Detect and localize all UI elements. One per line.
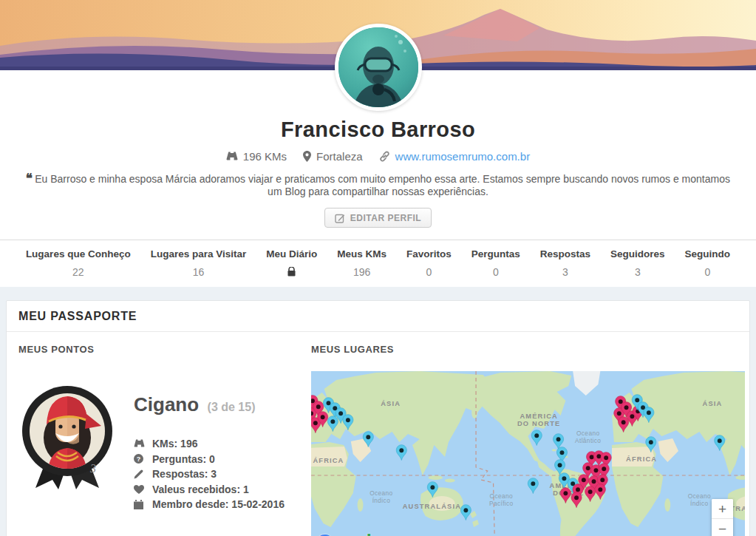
map-label: ÁFRICA [626, 455, 657, 463]
google-logo-letter: e [371, 531, 381, 536]
profile-info-row: 196 KMs Fortaleza www.rumosemrumo.com.br [0, 150, 756, 163]
world-map[interactable]: ÁSIAAMÉRICADO NORTEOceanoAtlânticoÁFRICA… [311, 371, 745, 536]
map-marker-icon [303, 151, 311, 162]
points-item: Valeus recebidos: 1 [134, 482, 285, 498]
level-name: Cigano [134, 393, 199, 415]
badge-number: 3 [89, 462, 96, 475]
stat-seguidores[interactable]: Seguidores3 [610, 248, 665, 277]
google-logo-letter: o [344, 531, 355, 536]
map-label: Oceano [490, 492, 513, 500]
stat-label: Lugares que Conheço [26, 248, 131, 259]
stat-value: 3 [610, 266, 665, 277]
map-label: ÁSIA [381, 399, 401, 407]
places-column: MEUS LUGARES [311, 344, 745, 536]
page-background: MEU PASSAPORTE MEUS PONTOS [0, 287, 756, 536]
website-info: www.rumosemrumo.com.br [379, 150, 531, 163]
edit-profile-label: EDITAR PERFIL [350, 213, 421, 223]
profile-bio: ❝Eu Barroso e minha esposa Márcia adoram… [18, 172, 738, 198]
stat-label: Meu Diário [266, 248, 317, 259]
map-label: DO NORTE [517, 419, 560, 427]
stat-value: 0 [471, 266, 520, 277]
places-title: MEUS LUGARES [311, 344, 745, 355]
map-label: Pacífico [489, 500, 514, 507]
profile-stats-bar: Lugares que Conheço22Lugares para Visita… [0, 240, 756, 287]
bio-text: Eu Barroso e minha esposa Márcia adoramo… [35, 173, 730, 197]
stat-label: Lugares para Visitar [151, 248, 247, 259]
stat-value: 3 [540, 266, 590, 277]
stat-label: Respostas [540, 248, 590, 259]
passport-card: MEU PASSAPORTE MEUS PONTOS [6, 300, 750, 536]
lock-icon [287, 267, 296, 277]
edit-profile-button[interactable]: EDITAR PERFIL [324, 208, 432, 228]
points-item: ?Perguntas: 0 [134, 452, 285, 467]
zoom-out-button[interactable]: − [712, 519, 733, 536]
edit-pencil-icon [335, 213, 345, 223]
map-label: Índico [690, 500, 708, 507]
location-info: Fortaleza [303, 150, 363, 163]
stat-value: 0 [685, 266, 731, 277]
cigano-badge-image: 3 [18, 384, 116, 494]
stat-seguindo[interactable]: Seguindo0 [685, 248, 731, 277]
scuba-diver-photo [338, 27, 418, 107]
profile-avatar [335, 24, 422, 111]
stat-value: 0 [406, 266, 452, 277]
level-progress: (3 de 15) [208, 401, 256, 413]
stat-label: Favoritos [406, 248, 452, 259]
points-list: KMs: 196?Perguntas: 0Respostas: 3Valeus … [134, 436, 285, 512]
map-label: Oceano [576, 430, 599, 437]
passport-title: MEU PASSAPORTE [7, 301, 749, 332]
stat-label: Seguidores [610, 248, 665, 259]
google-logo-letter: G [317, 531, 332, 536]
points-title: MEUS PONTOS [18, 344, 305, 355]
points-item: KMs: 196 [134, 436, 285, 452]
location-value: Fortaleza [316, 150, 363, 163]
calendar-icon [134, 500, 145, 509]
stat-meu-di-rio[interactable]: Meu Diário [266, 248, 317, 277]
level-badge: 3 [18, 384, 116, 512]
stat-respostas[interactable]: Respostas3 [540, 248, 590, 277]
map-label: Oceano [688, 492, 711, 500]
google-logo[interactable]: Google [317, 531, 381, 536]
points-item-label: Valeus recebidos: 1 [152, 484, 249, 495]
map-label: ÁSIA [703, 399, 723, 407]
map-label: Atlântico [575, 437, 601, 444]
stat-value: 196 [337, 266, 386, 277]
points-item-label: Membro desde: 15-02-2016 [152, 498, 285, 510]
quote-icon: ❝ [26, 172, 31, 186]
pencil-icon [134, 469, 145, 479]
heart-icon [134, 485, 145, 494]
map-label: Oceano [370, 489, 392, 497]
stat-value: 16 [151, 266, 247, 277]
svg-text:?: ? [137, 455, 141, 463]
points-column: MEUS PONTOS [18, 344, 305, 536]
points-item-label: Perguntas: 0 [152, 453, 215, 465]
points-item-label: Respostas: 3 [152, 468, 217, 480]
profile-name: Francisco Barroso [0, 118, 756, 142]
question-icon: ? [134, 454, 145, 464]
google-logo-letter: o [332, 531, 344, 536]
stat-favoritos[interactable]: Favoritos0 [406, 248, 452, 277]
stat-lugares-que-conhe-o[interactable]: Lugares que Conheço22 [26, 248, 131, 277]
stat-value [266, 266, 317, 277]
map-zoom-control: + − [712, 499, 733, 536]
points-item: Membro desde: 15-02-2016 [134, 497, 285, 512]
kms-value: 196 KMs [243, 150, 287, 163]
map-canvas: ÁSIAAMÉRICADO NORTEOceanoAtlânticoÁFRICA… [311, 371, 745, 536]
google-logo-letter: g [355, 531, 367, 536]
points-item: Respostas: 3 [134, 467, 285, 482]
stat-label: Perguntas [471, 248, 520, 259]
map-label: Índico [372, 497, 390, 504]
website-link[interactable]: www.rumosemrumo.com.br [395, 150, 531, 163]
stat-label: Seguindo [685, 248, 731, 259]
map-label: AUSTRALÁSIA [403, 502, 461, 510]
stat-meus-kms[interactable]: Meus KMs196 [337, 248, 386, 277]
binoculars-icon [226, 152, 238, 161]
map-label: ÁFRICA [313, 456, 344, 464]
binoculars-icon [134, 439, 145, 448]
zoom-in-button[interactable]: + [712, 499, 733, 519]
link-icon [379, 151, 390, 162]
stat-perguntas[interactable]: Perguntas0 [471, 248, 520, 277]
points-item-label: KMs: 196 [152, 438, 197, 450]
cover-photo [0, 0, 756, 70]
stat-lugares-para-visitar[interactable]: Lugares para Visitar16 [151, 248, 247, 277]
